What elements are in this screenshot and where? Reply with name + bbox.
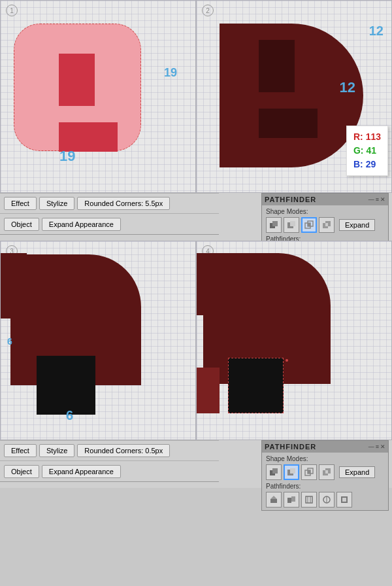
pf-pf5-2[interactable] xyxy=(336,492,352,508)
pf-minus-1[interactable] xyxy=(284,217,299,233)
toolbar-inner-2: Effect Stylize Rounded Corners: 0.5px Ob… xyxy=(0,440,219,482)
pf-header-icons-1: — ≡ ✕ xyxy=(368,196,385,203)
cutout-top xyxy=(59,54,95,106)
mid-canvas: 3 6 6 4 xyxy=(0,241,392,440)
svg-rect-35 xyxy=(306,496,312,503)
svg-rect-33 xyxy=(287,498,291,503)
svg-rect-6 xyxy=(308,223,310,226)
pf-exclude-1[interactable] xyxy=(319,217,335,233)
color-g: G: 41 xyxy=(353,144,381,158)
svg-rect-1 xyxy=(272,221,278,226)
pf-exclude-2[interactable] xyxy=(319,464,335,480)
menu-icon-1[interactable]: ≡ xyxy=(376,196,379,203)
expand-button-2[interactable]: Expand Appearance xyxy=(42,465,121,478)
pf-shape-modes-2: Expand xyxy=(266,464,384,480)
pf-minus-2[interactable] xyxy=(284,464,299,480)
svg-rect-22 xyxy=(272,468,278,474)
toolbar-row-1b: Object Expand Appearance xyxy=(0,214,219,235)
pf-pf4-2[interactable] xyxy=(319,492,335,508)
vertical-strip-4 xyxy=(197,368,220,413)
canvas-cell-3: 3 6 6 xyxy=(0,241,196,440)
pf-expand-btn-1[interactable]: Expand xyxy=(339,219,375,231)
pf-shape-modes-1: Expand xyxy=(266,217,384,233)
label-6-small-3: 6 xyxy=(7,336,12,347)
svg-rect-30 xyxy=(325,470,328,474)
toolbar-row-2a: Effect Stylize Rounded Corners: 0.5px xyxy=(0,440,219,461)
color-r: R: 113 xyxy=(353,130,381,144)
black-square-4 xyxy=(228,358,284,413)
canvas-cell-4: 4 xyxy=(196,241,392,440)
color-b: B: 29 xyxy=(353,158,381,171)
label-19-large: 19 xyxy=(59,148,75,165)
pf-shape-label-2: Shape Modes: xyxy=(266,455,384,462)
rounded-square xyxy=(14,24,141,151)
top-canvas: 1 19 19 2 12 12 R: 113 G: 41 B: 29 xyxy=(0,0,392,193)
rounded-button-2[interactable]: Rounded Corners: 0.5px xyxy=(77,444,170,457)
menu-icon-2[interactable]: ≡ xyxy=(376,443,379,450)
pf-title-1: PATHFINDER xyxy=(265,196,316,203)
pf-title-2: PATHFINDER xyxy=(265,443,316,451)
pf-header-1: PATHFINDER — ≡ ✕ xyxy=(262,194,388,205)
label-12-mid: 12 xyxy=(340,79,355,96)
toolbar-inner-1: Effect Stylize Rounded Corners: 5.5px Ob… xyxy=(0,193,219,235)
pf-expand-btn-2[interactable]: Expand xyxy=(339,466,375,478)
minimize-icon-2[interactable]: — xyxy=(368,443,374,450)
pf-pf2-2[interactable] xyxy=(284,492,299,508)
pf-unite-2[interactable] xyxy=(266,464,282,480)
black-square-3 xyxy=(37,356,95,415)
label-19-small: 19 xyxy=(164,66,177,80)
pf-pathfinders-row-2 xyxy=(266,492,384,508)
color-tooltip: R: 113 G: 41 B: 29 xyxy=(346,126,388,176)
toolbar-section-1: Effect Stylize Rounded Corners: 5.5px Ob… xyxy=(0,193,392,241)
svg-rect-3 xyxy=(290,221,295,226)
pf-intersect-1[interactable] xyxy=(301,217,317,233)
pf-body-2: Shape Modes: xyxy=(262,453,388,510)
label-6-large-3: 6 xyxy=(66,408,73,423)
svg-rect-9 xyxy=(325,223,328,226)
pf-header-icons-2: — ≡ ✕ xyxy=(368,443,385,450)
toolbar-row-1a: Effect Stylize Rounded Corners: 5.5px xyxy=(0,193,219,214)
rounded-button-1[interactable]: Rounded Corners: 5.5px xyxy=(77,197,170,210)
close-icon-1[interactable]: ✕ xyxy=(380,196,385,203)
pathfinder-panel-2: PATHFINDER — ≡ ✕ Shape Modes: xyxy=(261,440,389,511)
dark-cutout-mid xyxy=(259,109,318,138)
svg-rect-41 xyxy=(342,498,346,502)
canvas-cell-2: 2 12 12 R: 113 G: 41 B: 29 xyxy=(196,0,392,193)
corner-cut-left-4 xyxy=(197,253,223,315)
toolbar-section-2: Effect Stylize Rounded Corners: 0.5px Ob… xyxy=(0,440,392,488)
svg-rect-27 xyxy=(308,470,310,474)
close-icon-2[interactable]: ✕ xyxy=(380,443,385,450)
dot-center-4 xyxy=(286,359,288,362)
svg-rect-34 xyxy=(291,496,295,502)
pf-header-2: PATHFINDER — ≡ ✕ xyxy=(262,441,388,453)
object-button-1[interactable]: Object xyxy=(4,218,39,231)
pf-shape-label-1: Shape Modes: xyxy=(266,208,384,215)
dark-cutout-top xyxy=(259,40,295,92)
pf-pf3-2[interactable] xyxy=(301,492,317,508)
effect-button-2[interactable]: Effect xyxy=(4,444,37,457)
corner-cut-left-3 xyxy=(1,253,27,319)
pf-unite-1[interactable] xyxy=(266,217,282,233)
pf-pf1-2[interactable] xyxy=(266,492,282,508)
cell-number-1: 1 xyxy=(6,5,18,16)
minimize-icon-1[interactable]: — xyxy=(368,196,374,203)
stylize-button-2[interactable]: Stylize xyxy=(39,444,74,457)
object-button-2[interactable]: Object xyxy=(4,465,39,478)
svg-rect-31 xyxy=(270,499,277,503)
canvas-cell-1: 1 19 19 xyxy=(0,0,196,193)
effect-button-1[interactable]: Effect xyxy=(4,197,37,210)
pf-intersect-2[interactable] xyxy=(301,464,317,480)
toolbar-row-2b: Object Expand Appearance xyxy=(0,461,219,482)
stylize-button-1[interactable]: Stylize xyxy=(39,197,74,210)
label-12-top: 12 xyxy=(369,24,384,39)
pf-pathfinders-label-2: Pathfinders: xyxy=(266,483,384,490)
svg-rect-24 xyxy=(290,468,295,474)
svg-marker-32 xyxy=(270,496,277,499)
cell-number-2: 2 xyxy=(202,5,214,16)
expand-button-1[interactable]: Expand Appearance xyxy=(42,218,121,231)
